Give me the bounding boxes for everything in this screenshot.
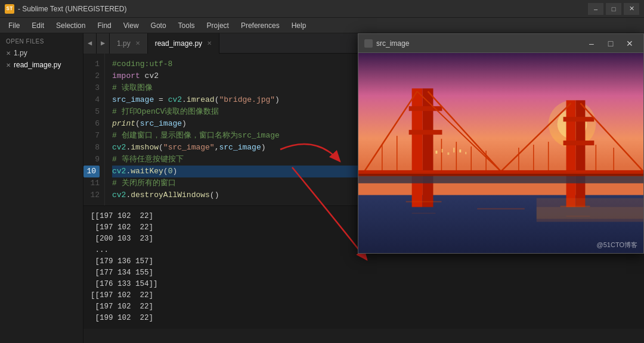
image-window-title-text: src_image <box>376 39 409 48</box>
title-bar-left: ST - Sublime Text (UNREGISTERED) <box>5 4 126 14</box>
tab-label-1py: 1.py <box>117 39 131 48</box>
terminal-line-8: [177 134 155] <box>91 267 637 279</box>
svg-rect-9 <box>566 100 576 207</box>
image-window-restore[interactable]: □ <box>603 38 618 49</box>
app-title: - Sublime Text (UNREGISTERED) <box>18 5 126 13</box>
menu-item-find[interactable]: Find <box>91 20 117 31</box>
svg-rect-39 <box>406 201 442 202</box>
menu-item-project[interactable]: Project <box>201 20 235 31</box>
tab-nav-right[interactable]: ▶ <box>97 33 110 54</box>
svg-rect-6 <box>423 88 434 207</box>
close-icon-1py[interactable]: ✕ <box>6 50 11 57</box>
svg-rect-41 <box>477 208 525 210</box>
sidebar-header: OPEN FILES <box>0 33 83 47</box>
tab-close-read-image[interactable]: ✕ <box>207 40 212 46</box>
menu-item-preferences[interactable]: Preferences <box>235 20 286 31</box>
svg-rect-36 <box>453 148 454 152</box>
app-icon: ST <box>5 4 14 14</box>
image-window: src_image – □ ✕ <box>358 33 644 254</box>
bridge-image: @51CTO博客 <box>358 53 643 253</box>
menu-item-tools[interactable]: Tools <box>172 20 201 31</box>
terminal-line-11: [[197 102 22] <box>91 290 637 301</box>
close-button[interactable]: ✕ <box>624 3 639 15</box>
terminal-line-9: [176 133 154]] <box>91 279 637 290</box>
sidebar: OPEN FILES ✕ 1.py ✕ read_image.py <box>0 33 83 343</box>
watermark: @51CTO博客 <box>597 241 637 250</box>
tab-label-read-image: read_image.py <box>155 39 202 48</box>
window-controls[interactable]: – □ ✕ <box>588 3 639 15</box>
tab-close-1py[interactable]: ✕ <box>135 40 140 46</box>
tab-nav-left[interactable]: ◀ <box>83 33 97 54</box>
menu-item-goto[interactable]: Goto <box>145 20 172 31</box>
menu-item-help[interactable]: Help <box>286 20 312 31</box>
menu-item-view[interactable]: View <box>117 20 145 31</box>
minimize-button[interactable]: – <box>588 3 603 15</box>
svg-rect-33 <box>435 151 437 154</box>
svg-rect-11 <box>564 117 595 121</box>
tab-1py[interactable]: 1.py ✕ <box>110 33 148 54</box>
image-window-controls[interactable]: – □ ✕ <box>584 38 637 49</box>
terminal-line-13: [199 102 22] <box>91 313 637 324</box>
svg-rect-5 <box>412 88 423 207</box>
image-window-close[interactable]: ✕ <box>622 38 637 49</box>
menu-item-edit[interactable]: Edit <box>26 20 50 31</box>
svg-rect-34 <box>441 149 442 152</box>
maximize-button[interactable]: □ <box>606 3 621 15</box>
menu-item-selection[interactable]: Selection <box>50 20 91 31</box>
image-window-minimize[interactable]: – <box>584 38 599 49</box>
svg-rect-12 <box>564 141 595 145</box>
svg-rect-30 <box>358 174 643 176</box>
svg-rect-45 <box>537 207 643 219</box>
svg-rect-10 <box>575 100 585 207</box>
menu-bar: FileEditSelectionFindViewGotoToolsProjec… <box>0 18 644 33</box>
tab-read-image[interactable]: read_image.py ✕ <box>148 33 219 54</box>
svg-rect-42 <box>412 213 436 214</box>
terminal-line-7: [179 136 157] <box>91 256 637 267</box>
svg-rect-35 <box>447 152 449 155</box>
sidebar-filename-read-image: read_image.py <box>14 61 61 69</box>
svg-rect-31 <box>358 176 643 183</box>
bridge-svg <box>358 53 643 253</box>
menu-item-file[interactable]: File <box>2 20 26 31</box>
sidebar-filename-1py: 1.py <box>14 49 27 57</box>
main-container: OPEN FILES ✕ 1.py ✕ read_image.py ◀ ▶ 1.… <box>0 33 644 343</box>
close-icon-read-image[interactable]: ✕ <box>6 62 11 68</box>
terminal-line-12: [197 102 22] <box>91 301 637 313</box>
svg-rect-8 <box>409 130 442 135</box>
image-window-titlebar: src_image – □ ✕ <box>358 34 643 53</box>
title-bar: ST - Sublime Text (UNREGISTERED) – □ ✕ <box>0 0 644 18</box>
image-window-icon <box>364 39 373 48</box>
line-numbers: 12345 6789 10 1112 <box>83 54 105 205</box>
svg-rect-38 <box>465 152 466 154</box>
sidebar-file-read-image[interactable]: ✕ read_image.py <box>0 59 83 71</box>
svg-rect-37 <box>459 149 461 152</box>
image-window-title-left: src_image <box>364 39 409 48</box>
editor-area: ◀ ▶ 1.py ✕ read_image.py ✕ 12345 6789 10… <box>83 33 644 343</box>
sidebar-file-1py[interactable]: ✕ 1.py <box>0 47 83 59</box>
